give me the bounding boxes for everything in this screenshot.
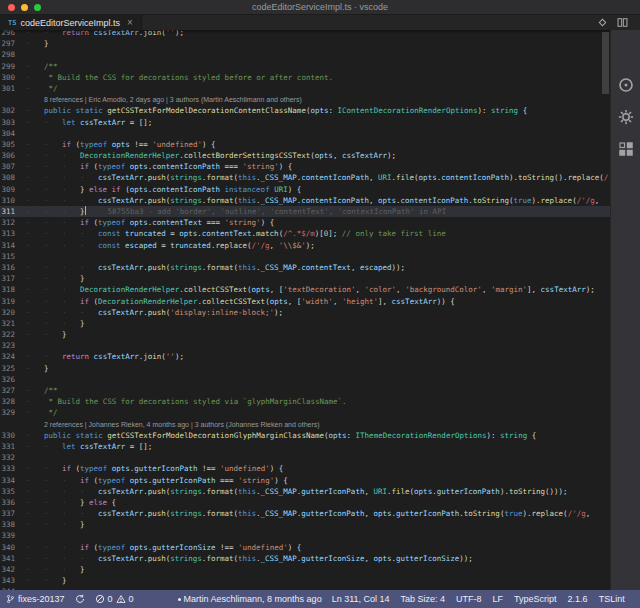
code-line[interactable]: 312···if (typeof opts.contentText === 's… [0,217,610,228]
code-line[interactable]: 298 [0,49,610,60]
code-line[interactable]: 303··let cssTextArr = []; [0,117,610,128]
code-line[interactable]: 314····const escaped = truncated.replace… [0,240,610,251]
tslint-indicator[interactable]: TSLint [599,594,625,604]
split-editor-icon[interactable] [617,17,628,28]
language-indicator[interactable]: TypeScript [514,594,557,604]
git-blame-status[interactable]: Martin Aeschlimann, 8 months ago [178,594,322,604]
line-number: 344 [0,586,26,590]
line-content: ····cssTextArr.push(strings.format(this.… [26,486,610,497]
line-content: ··return cssTextArr.join(''); [26,30,610,38]
zoom-window-button[interactable] [34,4,41,11]
line-content: ···}58755ba3 - add 'border', 'outline', … [26,206,610,217]
editor[interactable]: 296··return cssTextArr.join('');297·}298… [0,30,610,590]
code-line[interactable]: 306···DecorationRenderHelper.collectBord… [0,150,610,161]
line-content: ···if (DecorationRenderHelper.collectCSS… [26,296,610,307]
tab-codeeditorserviceimpl[interactable]: TS codeEditorServiceImpl.ts × [0,15,142,30]
code-line[interactable]: 340···if (typeof opts.gutterIconSize !==… [0,542,610,553]
eol-indicator[interactable]: LF [493,594,504,604]
code-line[interactable]: 341····cssTextArr.push(strings.format(th… [0,553,610,564]
code-line[interactable]: 324··return cssTextArr.join(''); [0,351,610,362]
code-line[interactable]: 336···} else { [0,497,610,508]
code-line[interactable]: 343··} [0,575,610,586]
code-line[interactable]: 313····const truncated = opts.contentTex… [0,228,610,239]
code-line[interactable]: 321···} [0,318,610,329]
line-content: ···} [26,564,610,575]
codelens-text: 8 references | Eric Amodio, 2 days ago |… [26,94,610,105]
statusbar-right: Ln 311, Col 14 Tab Size: 4 UTF-8 LF Type… [332,594,640,604]
problems-status[interactable]: 0 0 [95,594,134,604]
code-line[interactable]: 344 [0,586,610,590]
gear-icon[interactable] [617,108,635,126]
code-line[interactable]: 316····cssTextArr.push(strings.format(th… [0,262,610,273]
warnings-count: 0 [129,594,134,604]
code-line[interactable]: 300· * Build the CSS for decorations sty… [0,72,610,83]
codelens-row[interactable]: 2 references | Johannes Rieken, 4 months… [0,419,610,430]
code-line[interactable]: 327·/** [0,385,610,396]
line-number: 320 [0,307,26,318]
code-line[interactable]: 331··let cssTextArr = []; [0,441,610,452]
codelens-row[interactable]: 8 references | Eric Amodio, 2 days ago |… [0,94,610,105]
line-number: 306 [0,150,26,161]
line-number: 316 [0,262,26,273]
code-line[interactable]: 320····cssTextArr.push('display:inline-b… [0,307,610,318]
cursor-position[interactable]: Ln 311, Col 14 [332,594,390,604]
scrollbar-thumb[interactable] [602,32,609,94]
code-line[interactable]: 311···}58755ba3 - add 'border', 'outline… [0,206,610,217]
code-line[interactable]: 299·/** [0,61,610,72]
code-line[interactable]: 330·public static getCSSTextForModelDeco… [0,430,610,441]
code-line[interactable]: 325·} [0,363,610,374]
extensions-icon[interactable] [617,140,635,158]
warnings-icon [116,594,126,604]
code-line[interactable]: 338···} [0,519,610,530]
line-content: ····cssTextArr.push(strings.format(this.… [26,553,610,564]
code-line[interactable]: 304 [0,128,610,139]
code-line[interactable]: 334···if (typeof opts.gutterIconPath ===… [0,475,610,486]
tab-size-indicator[interactable]: Tab Size: 4 [401,594,446,604]
code-line[interactable]: 329· */ [0,407,610,418]
code-line[interactable]: 328· * Build the CSS for decorations sty… [0,396,610,407]
code-line[interactable]: 305··if (typeof opts !== 'undefined') { [0,139,610,150]
code-line[interactable]: 307···if (typeof opts.contentIconPath ==… [0,161,610,172]
line-content: ··} [26,575,610,586]
code-line[interactable]: 342···} [0,564,610,575]
code-line[interactable]: 339 [0,530,610,541]
code-line[interactable]: 326 [0,374,610,385]
typescript-version[interactable]: 2.1.6 [568,594,588,604]
close-window-button[interactable] [8,4,15,11]
code-line[interactable]: 308····cssTextArr.push(strings.format(th… [0,172,610,183]
code-line[interactable]: 323 [0,340,610,351]
line-content: ···} else { [26,497,610,508]
code-line[interactable]: 319···if (DecorationRenderHelper.collect… [0,296,610,307]
line-number: 331 [0,441,26,452]
code-line[interactable]: 317···} [0,273,610,284]
code-line[interactable]: 302·public static getCSSTextForModelDeco… [0,105,610,116]
code-line[interactable]: 337····cssTextArr.push(strings.format(th… [0,508,610,519]
line-number: 321 [0,318,26,329]
code-line[interactable]: 301· */ [0,83,610,94]
close-tab-icon[interactable]: × [127,18,133,28]
code-line[interactable]: 333··if (typeof opts.gutterIconPath !== … [0,463,610,474]
code-line[interactable]: 296··return cssTextArr.join(''); [0,30,610,38]
line-content: ··return cssTextArr.join(''); [26,351,610,362]
scrollbar[interactable] [601,30,610,590]
code-line[interactable]: 310····cssTextArr.push(strings.format(th… [0,195,610,206]
code-line[interactable]: 297·} [0,38,610,49]
line-number: 304 [0,128,26,139]
code-line[interactable]: 335····cssTextArr.push(strings.format(th… [0,486,610,497]
open-changes-icon[interactable] [597,17,608,28]
typescript-file-icon: TS [8,19,16,27]
sync-status[interactable] [75,594,85,604]
code-lines: 296··return cssTextArr.join('');297·}298… [0,30,610,590]
code-line[interactable]: 318···DecorationRenderHelper.collectCSST… [0,284,610,295]
code-line[interactable]: 309···} else if (opts.contentIconPath in… [0,184,610,195]
git-branch-status[interactable]: fixes-20137 [6,594,65,604]
code-line[interactable]: 315 [0,251,610,262]
code-line[interactable]: 332 [0,452,610,463]
code-line[interactable]: 322··} [0,329,610,340]
circle-icon[interactable] [617,76,635,94]
minimize-window-button[interactable] [21,4,28,11]
encoding-indicator[interactable]: UTF-8 [456,594,482,604]
line-content: ····const escaped = truncated.replace(/'… [26,240,610,251]
line-number: 333 [0,463,26,474]
blame-text: Martin Aeschlimann, 8 months ago [184,594,322,604]
